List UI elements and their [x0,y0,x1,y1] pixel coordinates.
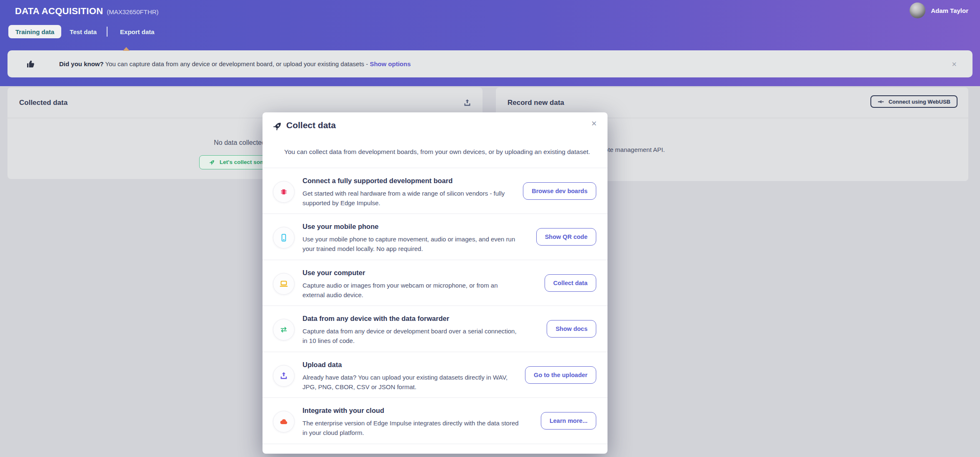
connect-webusb-label: Connect using WebUSB [888,99,950,105]
modal-title: Collect data [286,120,336,130]
microchip-icon [273,181,295,203]
connect-webusb-button[interactable]: Connect using WebUSB [870,95,958,108]
banner-text: Did you know? You can capture data from … [59,60,411,67]
option-description: Already have data? You can upload your e… [302,373,519,392]
top-header: DATA ACQUISITION(MAX32650FTHR) Adam Tayl… [0,0,980,86]
modal-close-icon[interactable]: × [591,119,597,128]
data-tabs: Training data Test data Export data [8,25,160,38]
laptop-icon [273,273,295,295]
show-docs-button[interactable]: Show docs [547,320,596,338]
option-title: Use your mobile phone [302,223,378,231]
upload-icon [273,365,295,387]
option-row-cloud: Integrate with your cloud The enterprise… [262,397,608,443]
swap-arrows-icon [273,319,295,340]
rocket-icon [209,159,215,166]
option-title: Data from any device with the data forwa… [302,315,449,323]
project-name: (MAX32650FTHR) [107,8,158,15]
modal-footer-divider [262,444,608,444]
collected-data-title: Collected data [19,99,68,107]
tab-export-data[interactable]: Export data [114,25,160,38]
option-description: Get started with real hardware from a wi… [302,189,519,208]
collect-data-modal-header: Collect data × [262,112,608,139]
option-row-data-forwarder: Data from any device with the data forwa… [262,305,608,351]
option-row-upload-data: Upload data Already have data? You can u… [262,352,608,397]
option-row-computer: Use your computer Capture audio or image… [262,260,608,305]
option-description: Use your mobile phone to capture movemen… [302,234,519,254]
banner-body: You can capture data from any device or … [104,60,370,67]
option-title: Use your computer [302,269,365,277]
thumbs-up-icon [26,59,36,69]
user-name: Adam Taylor [931,7,968,14]
tab-test-data[interactable]: Test data [64,25,102,38]
learn-more-button[interactable]: Learn more... [541,412,596,430]
avatar[interactable] [910,2,925,18]
banner-bold: Did you know? [59,60,104,67]
banner-close-icon[interactable]: × [952,60,957,68]
option-title: Integrate with your cloud [302,407,384,415]
go-to-uploader-button[interactable]: Go to the uploader [525,366,596,384]
modal-description: You can collect data from development bo… [284,148,601,156]
usb-icon [878,98,885,105]
option-row-dev-board: Connect a fully supported development bo… [262,168,608,214]
show-options-link[interactable]: Show options [370,60,410,67]
tab-training-data[interactable]: Training data [8,25,61,38]
did-you-know-banner: Did you know? You can capture data from … [8,50,972,77]
page-title: DATA ACQUISITION(MAX32650FTHR) [15,6,159,17]
page-title-text: DATA ACQUISITION [15,6,103,16]
show-qr-code-button[interactable]: Show QR code [536,228,596,246]
collect-data-modal: Collect data × You can collect data from… [262,112,608,454]
tab-separator [107,27,108,37]
user-menu[interactable]: Adam Taylor [910,2,968,18]
banner-notch [123,47,130,51]
tray-upload-icon[interactable] [463,98,472,107]
browse-dev-boards-button[interactable]: Browse dev boards [523,182,596,200]
option-description: Capture audio or images from your webcam… [302,281,519,300]
option-title: Connect a fully supported development bo… [302,177,452,185]
option-description: The enterprise version of Edge Impulse i… [302,418,519,438]
data-acquisition-page: DATA ACQUISITION(MAX32650FTHR) Adam Tayl… [0,0,980,457]
smartphone-icon [273,227,295,248]
record-new-data-title: Record new data [508,99,564,107]
collect-data-button[interactable]: Collect data [545,274,596,292]
option-title: Upload data [302,361,342,369]
option-row-mobile-phone: Use your mobile phone Use your mobile ph… [262,214,608,259]
rocket-icon [272,121,283,132]
option-description: Capture data from any device or developm… [302,326,519,346]
cloud-icon [273,411,295,432]
